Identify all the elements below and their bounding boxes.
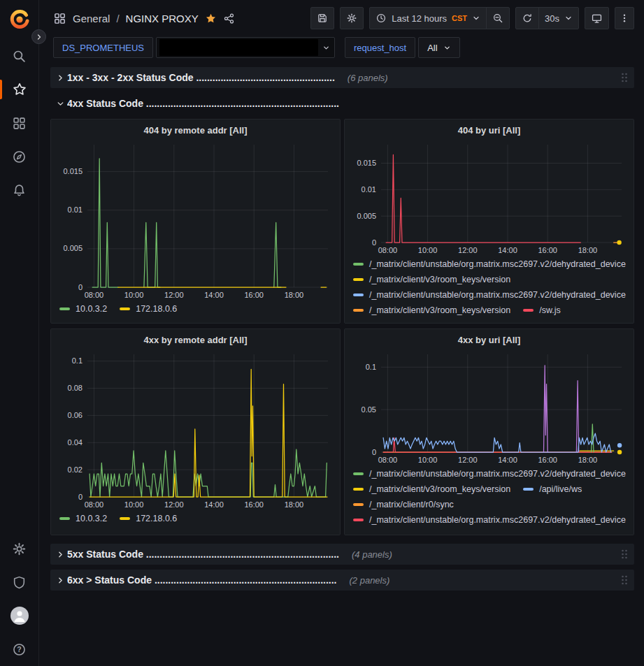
- row-drag-handle-icon[interactable]: [620, 72, 629, 83]
- zoom-out-time-button[interactable]: [486, 8, 509, 29]
- svg-text:10:00: 10:00: [418, 456, 438, 464]
- svg-text:0.005: 0.005: [63, 244, 83, 252]
- panel-title[interactable]: 404 by remote addr [All]: [57, 122, 334, 139]
- svg-text:0.04: 0.04: [68, 438, 83, 447]
- chevron-right-icon: [36, 34, 43, 41]
- sidebar-item-search[interactable]: [0, 39, 38, 73]
- legend-item[interactable]: 10.0.3.2: [59, 514, 107, 523]
- legend-item[interactable]: /_matrix/client/unstable/org.matrix.msc2…: [353, 259, 626, 269]
- main-area: General / NGINX PROXY: [39, 0, 644, 666]
- legend-item[interactable]: /_matrix/client/v3/room_keys/version: [353, 305, 510, 315]
- breadcrumb: General / NGINX PROXY: [53, 12, 235, 25]
- panel-title[interactable]: 404 by uri [All]: [350, 122, 628, 139]
- zoom-out-icon: [492, 13, 503, 24]
- legend-item[interactable]: 10.0.3.2: [59, 304, 107, 314]
- panel-4xx-by-uri: 4xx by uri [All] 08:0010:0012:0014:0016:…: [344, 328, 634, 535]
- legend-item[interactable]: /_matrix/client/v3/room_keys/version: [353, 275, 510, 284]
- legend-item[interactable]: /_matrix/client/unstable/org.matrix.msc2…: [353, 515, 626, 525]
- legend-label: /api/live/ws: [539, 484, 582, 494]
- time-range-picker[interactable]: Last 12 hours CST: [370, 8, 486, 29]
- row-6xx[interactable]: 6xx > Status Code ......................…: [50, 570, 634, 591]
- legend-item[interactable]: /_matrix/client/r0/sync: [353, 500, 454, 509]
- legend-item[interactable]: /_matrix/client/unstable/org.matrix.msc2…: [353, 290, 626, 300]
- legend-item[interactable]: /_matrix/client/v3/room_keys/version: [353, 484, 510, 494]
- legend-swatch-icon: [353, 294, 364, 296]
- timeseries-chart[interactable]: 08:0010:0012:0014:0016:0018:0000.0050.01…: [350, 139, 628, 256]
- row-title: 5xx Status Code ........................…: [67, 549, 339, 560]
- header-actions: Last 12 hours CST 30s: [310, 7, 634, 29]
- row-title: 1xx - 3xx - 2xx Status Code ............…: [67, 72, 335, 83]
- row-1xx-3xx-2xx[interactable]: 1xx - 3xx - 2xx Status Code ............…: [50, 67, 634, 88]
- sidebar-item-explore[interactable]: [0, 140, 38, 173]
- grafana-app: ? General / NGINX PROXY: [0, 0, 644, 666]
- legend-item[interactable]: 172.18.0.6: [120, 304, 177, 314]
- legend-item[interactable]: /_matrix/client/unstable/org.matrix.msc2…: [353, 469, 626, 479]
- sidebar-item-settings[interactable]: [0, 532, 38, 565]
- refresh-icon: [522, 13, 533, 24]
- refresh-interval-label: 30s: [545, 13, 559, 24]
- timeseries-chart[interactable]: 08:0010:0012:0014:0016:0018:0000.0050.01…: [57, 139, 334, 301]
- svg-text:0.08: 0.08: [68, 384, 83, 392]
- datasource-variable-select[interactable]: [156, 37, 335, 58]
- chevron-right-icon: [53, 551, 67, 558]
- panel-title[interactable]: 4xx by uri [All]: [350, 332, 628, 349]
- svg-text:08:00: 08:00: [378, 456, 398, 464]
- dashboards-icon: [12, 116, 27, 131]
- svg-text:16:00: 16:00: [538, 456, 557, 464]
- more-options-button[interactable]: [615, 8, 634, 29]
- row-drag-handle-icon[interactable]: [620, 549, 629, 560]
- refresh-interval-picker[interactable]: 30s: [538, 8, 578, 29]
- sidebar-item-starred[interactable]: [0, 73, 38, 106]
- svg-text:0: 0: [372, 238, 376, 247]
- sidebar-item-server-admin[interactable]: [0, 565, 38, 599]
- request-host-variable-value[interactable]: All: [418, 37, 459, 58]
- legend-label: /_matrix/client/unstable/org.matrix.msc2…: [369, 259, 626, 269]
- datasource-variable-label[interactable]: DS_PROMETHEUS: [53, 37, 153, 58]
- star-icon: [12, 82, 27, 97]
- panel-legend: 10.0.3.2172.18.0.6: [57, 301, 334, 323]
- svg-text:0: 0: [372, 448, 376, 456]
- monitor-icon: [591, 13, 603, 24]
- row-drag-handle-icon[interactable]: [620, 574, 629, 586]
- timeseries-chart[interactable]: 08:0010:0012:0014:0016:0018:0000.020.040…: [57, 349, 334, 511]
- share-icon[interactable]: [223, 13, 235, 24]
- row-4xx-header[interactable]: 4xx Status Code ........................…: [50, 94, 634, 113]
- legend-swatch-icon: [353, 278, 364, 281]
- legend-label: /_matrix/client/v3/room_keys/version: [369, 484, 510, 494]
- legend-item[interactable]: 172.18.0.6: [120, 514, 177, 523]
- panel-title[interactable]: 4xx by remote addr [All]: [57, 332, 334, 349]
- time-range-label: Last 12 hours: [392, 13, 447, 24]
- chevron-right-icon: [53, 577, 67, 584]
- panel-legend: /_matrix/client/unstable/org.matrix.msc2…: [350, 466, 628, 535]
- sidebar-item-help[interactable]: ?: [0, 632, 38, 666]
- svg-text:0.005: 0.005: [357, 212, 376, 220]
- legend-swatch-icon: [120, 307, 130, 310]
- chevron-down-icon: [53, 100, 67, 108]
- tv-mode-button[interactable]: [585, 8, 608, 29]
- breadcrumb-folder[interactable]: General: [73, 13, 110, 24]
- breadcrumb-dashboard-title[interactable]: NGINX PROXY: [126, 13, 199, 24]
- dashboard-content: 1xx - 3xx - 2xx Status Code ............…: [39, 63, 644, 666]
- svg-text:08:00: 08:00: [378, 246, 398, 254]
- legend-label: /_matrix/client/unstable/org.matrix.msc2…: [369, 290, 626, 300]
- legend-item[interactable]: /api/live/ws: [523, 484, 582, 494]
- svg-text:18:00: 18:00: [285, 291, 304, 299]
- svg-text:14:00: 14:00: [498, 246, 517, 254]
- sidebar-item-profile[interactable]: [0, 599, 38, 632]
- sidebar-item-dashboards[interactable]: [0, 106, 38, 140]
- svg-text:16:00: 16:00: [538, 246, 557, 254]
- chevron-down-icon: [564, 14, 573, 22]
- save-dashboard-button[interactable]: [311, 8, 334, 29]
- refresh-button[interactable]: [516, 8, 538, 29]
- request-host-variable-label[interactable]: request_host: [345, 37, 415, 58]
- svg-text:0.01: 0.01: [362, 185, 376, 194]
- timeseries-chart[interactable]: 08:0010:0012:0014:0016:0018:0000.050.1: [350, 349, 628, 466]
- explore-compass-icon: [12, 150, 27, 164]
- svg-text:08:00: 08:00: [85, 500, 104, 509]
- favorite-star-icon[interactable]: [205, 13, 217, 24]
- sidebar-item-alerting[interactable]: [0, 173, 38, 207]
- row-5xx[interactable]: 5xx Status Code ........................…: [50, 544, 634, 565]
- legend-item[interactable]: /sw.js: [523, 305, 561, 315]
- sidebar-expand-button[interactable]: [31, 29, 46, 44]
- dashboard-settings-button[interactable]: [341, 8, 363, 29]
